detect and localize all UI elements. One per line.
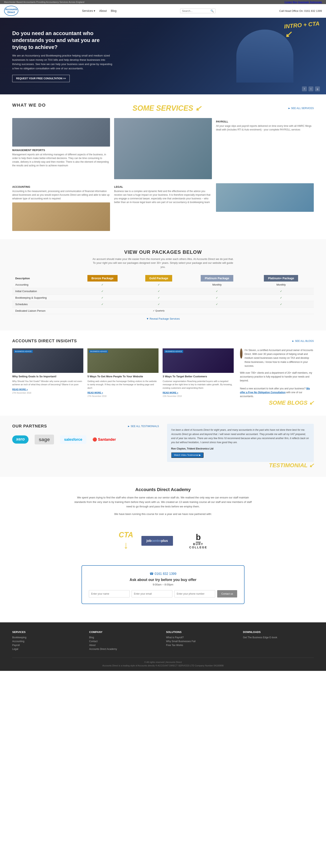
- hero-content: Do you need an accountant who understand…: [12, 30, 114, 82]
- row-desc-4: Dedicated Liaison Person: [12, 308, 73, 314]
- blog-card-0: BUSINESS ADVICE Why Setting Goals Is So …: [12, 348, 83, 407]
- row-bronze-0: ✓: [73, 281, 132, 288]
- bio-avatar: [240, 348, 243, 359]
- row-gold-2: ✓: [132, 294, 186, 301]
- footer-academy[interactable]: Accounts Direct Academy: [89, 648, 160, 650]
- bio-body2: With over 700+ clients and a department …: [240, 371, 314, 383]
- packages-table: Description Bronze Package Gold Package …: [12, 275, 314, 314]
- service-card-legal-center: LEGAL Business law is a complex and dyna…: [114, 183, 212, 231]
- service-card-payroll: PAYROLL All your wage slips and payroll …: [216, 118, 314, 179]
- footer-bookkeeping[interactable]: Bookkeeping: [12, 636, 83, 639]
- contact-phone-input[interactable]: [174, 590, 215, 597]
- footer-col-downloads: DOWNLOADS Get The Business Edge E-book: [243, 630, 314, 652]
- packages-heading: VIEW OUR PACKAGES BELOW: [12, 249, 314, 255]
- footer-why-small[interactable]: Why Small Businesses Fail: [166, 640, 237, 643]
- footer: SERVICES Bookkeeping Accounting Payroll …: [0, 622, 326, 671]
- contact-submit-button[interactable]: Contact us: [217, 590, 237, 597]
- sidebar-bio: I'm Steven, a certified Accountant and p…: [240, 348, 314, 407]
- gold-package-label: Gold Package: [145, 275, 172, 281]
- service-desc-management: Management reports aim at informing mana…: [12, 153, 110, 167]
- row-platinum-0: Monthly: [186, 281, 248, 288]
- nav-blog[interactable]: Blog: [111, 9, 117, 12]
- reveal-packages-button[interactable]: ▼ Reveal Package Services: [146, 317, 180, 320]
- testimonials-link[interactable]: Testimonials: [309, 1, 322, 3]
- bury-text-logo: BURYCOLLEGE: [189, 542, 207, 549]
- footer-col-solutions: SOLUTIONS What is Payroll? Why Small Bus…: [166, 630, 237, 652]
- footer-contact[interactable]: Contact: [89, 640, 160, 643]
- testimonial-author: Ron Clayton, Trident Electronics Ltd: [171, 447, 310, 451]
- row-gold-0: ✓: [132, 281, 186, 288]
- row-gold-1: ✓: [132, 288, 186, 294]
- search-input[interactable]: [182, 9, 210, 12]
- blog-card-2: BUSINESS ADVICE 3 Ways To Target Better …: [163, 348, 234, 407]
- footer-about[interactable]: About: [89, 644, 160, 647]
- service-title-accounting: ACCOUNTING: [12, 185, 110, 188]
- partners-right: I've been a client of Accounts Direct fo…: [167, 424, 314, 469]
- footer-blog[interactable]: Blog: [89, 636, 160, 639]
- packages-header-row: Description Bronze Package Gold Package …: [12, 275, 314, 281]
- blog-date-2: 22th November 2018: [163, 395, 234, 397]
- blog-title-0: Why Setting Goals Is So Important!: [12, 375, 83, 378]
- footer-legal[interactable]: Legal: [12, 648, 83, 650]
- service-img-management: [12, 118, 110, 147]
- blog-img-0: BUSINESS ADVICE: [12, 348, 83, 373]
- watch-video-button[interactable]: Watch Video Testimonial ▶: [171, 452, 203, 458]
- nav-services[interactable]: Services ▾: [82, 9, 95, 12]
- nav-about[interactable]: About: [99, 9, 107, 12]
- call-info: Call Head Office On: 0161 832 1399: [279, 9, 322, 12]
- facebook-icon[interactable]: f: [302, 87, 307, 91]
- read-more-2[interactable]: READ MORE »: [163, 392, 178, 394]
- blog-link[interactable]: Blog: [293, 1, 297, 3]
- col-platinum[interactable]: Platinum Package: [186, 275, 248, 281]
- logo-circle: AccountsDirect: [4, 6, 18, 16]
- top-bar-text: Manchester Based Accountants Providing A…: [4, 1, 84, 3]
- bio-cta: Need a new accountant to look after you …: [240, 387, 314, 399]
- col-bronze[interactable]: Bronze Package: [73, 275, 132, 281]
- table-row: Schedules ✓ ✓ ✓ ✓: [12, 301, 314, 308]
- packages-section: VIEW OUR PACKAGES BELOW An account shoul…: [0, 239, 326, 331]
- downloads-link[interactable]: Downloads: [298, 1, 309, 3]
- google-icon[interactable]: g: [315, 87, 320, 91]
- footer-ebook[interactable]: Get The Business Edge E-book: [243, 636, 314, 639]
- footer-payroll[interactable]: Payroll: [12, 644, 83, 647]
- footer-accounting[interactable]: Accounting: [12, 640, 83, 643]
- read-more-0[interactable]: READ MORE »: [12, 388, 28, 391]
- services-header: WHAT WE DO SOME SERVICES ↙ ► SEE ALL SER…: [12, 102, 314, 114]
- blog-excerpt-0: Why Should You Set Goals? Wonder why som…: [12, 379, 83, 386]
- services-heading: WHAT WE DO: [12, 102, 46, 108]
- service-card-center-img: [114, 118, 212, 179]
- see-all-blogs[interactable]: ► SEE ALL BLOGS: [292, 340, 314, 342]
- contact-link[interactable]: Contact: [285, 1, 292, 3]
- see-all-testimonials[interactable]: ► SEE ALL TESTIMONIALS: [128, 425, 159, 428]
- row-bronze-1: ✓: [73, 288, 132, 294]
- santander-logo: 🔴 Santander: [93, 437, 116, 442]
- service-desc-accounting: Accounting is the measurement, processin…: [12, 189, 110, 200]
- footer-what-payroll[interactable]: What is Payroll?: [166, 636, 237, 639]
- contact-form-row: Contact us: [88, 590, 238, 597]
- col-platinumplus[interactable]: Platinum+ Package: [248, 275, 314, 281]
- row-platinum-1: ✓: [186, 288, 248, 294]
- blog-tag-2: BUSINESS ADVICE: [164, 350, 183, 353]
- row-platinumplus-2: ✓: [248, 294, 314, 301]
- logo[interactable]: AccountsDirect: [4, 6, 18, 16]
- header: AccountsDirect Services ▾ About Blog 🔍 C…: [0, 4, 326, 18]
- platinum-package-label: Platinum Package: [201, 275, 233, 281]
- contact-offer: Ask about our try before you buy offer: [88, 578, 238, 582]
- social-icons: f t g: [302, 87, 320, 91]
- footer-free-tax[interactable]: Free Tax Works: [166, 644, 237, 647]
- hero-cta-button[interactable]: REQUEST YOUR FREE CONSULTATION >>: [12, 75, 70, 82]
- footer-col-services: SERVICES Bookkeeping Accounting Payroll …: [12, 630, 83, 652]
- insights-section: ACCOUNTS DIRECT INSIGHTS ► SEE ALL BLOGS…: [0, 331, 326, 416]
- blog-title-2: 3 Ways To Target Better Customers: [163, 375, 234, 378]
- row-gold-4: ✓ Quarterly: [132, 308, 186, 314]
- search-icon[interactable]: 🔍: [210, 9, 214, 12]
- twitter-icon[interactable]: t: [308, 87, 313, 91]
- contact-email-input[interactable]: [132, 590, 172, 597]
- read-more-1[interactable]: READ MORE »: [88, 392, 103, 394]
- row-platinum-4: [186, 308, 248, 314]
- hero-title: Do you need an accountant who understand…: [12, 30, 114, 51]
- top-bar-links: Contact Blog Downloads Testimonials: [285, 1, 322, 3]
- contact-name-input[interactable]: [89, 590, 130, 597]
- col-gold[interactable]: Gold Package: [132, 275, 186, 281]
- see-all-services[interactable]: ► SEE ALL SERVICES: [288, 107, 314, 110]
